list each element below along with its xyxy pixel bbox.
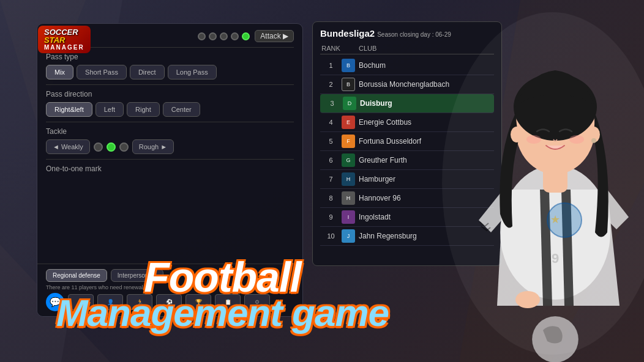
svg-text:★: ★ bbox=[550, 213, 560, 226]
rough-label: Rough bbox=[139, 143, 159, 150]
left-arrow-icon: ◄ bbox=[53, 143, 59, 150]
dot-4 bbox=[231, 32, 239, 40]
big-text-container: Football Management game bbox=[40, 259, 405, 330]
bundesliga-title: Bundesliga2 bbox=[320, 28, 375, 39]
pass-type-direct[interactable]: Direct bbox=[130, 65, 165, 79]
pass-type-short[interactable]: Short Pass bbox=[77, 65, 127, 79]
svg-text:9: 9 bbox=[552, 251, 559, 266]
header-dots bbox=[198, 32, 250, 40]
pass-type-label: Pass type bbox=[46, 53, 294, 61]
big-text-line1: Football bbox=[40, 259, 405, 296]
dot-5-active bbox=[242, 32, 250, 40]
tackle-dot-1 bbox=[94, 142, 103, 152]
direction-center[interactable]: Center bbox=[163, 102, 200, 117]
club-name-1: Bochum bbox=[359, 61, 386, 70]
big-text-line2: Management game bbox=[40, 296, 405, 330]
divider-3 bbox=[46, 159, 294, 160]
one-to-one-section: One-to-one mark bbox=[46, 164, 294, 173]
club-name-8: Hannover 96 bbox=[359, 194, 401, 202]
pass-direction-buttons: Right&left Left Right Center bbox=[46, 102, 294, 117]
club-icon-10: J bbox=[342, 229, 355, 243]
svg-point-7 bbox=[511, 127, 523, 142]
club-name-9: Ingolstadt bbox=[359, 213, 391, 221]
pass-type-section: Pass type Mix Short Pass Direct Long Pas… bbox=[46, 53, 294, 79]
right-arrow-icon: ► bbox=[160, 143, 167, 150]
direction-right[interactable]: Right bbox=[127, 102, 160, 117]
tackle-label: Tackle bbox=[46, 127, 294, 136]
rank-8: 8 bbox=[320, 194, 342, 202]
anime-character-svg: ★ 9 bbox=[399, 0, 644, 362]
svg-point-13 bbox=[515, 291, 540, 308]
rank-1: 1 bbox=[320, 62, 342, 69]
rank-10: 10 bbox=[320, 232, 342, 240]
pass-type-buttons: Mix Short Pass Direct Long Pass bbox=[46, 65, 294, 79]
one-to-one-label: One-to-one mark bbox=[46, 164, 294, 173]
logo-sub: MANAGER bbox=[44, 44, 84, 51]
club-icon-2: B bbox=[342, 78, 355, 91]
logo-text-star: STAR bbox=[44, 36, 84, 44]
dot-1 bbox=[198, 32, 206, 40]
rank-9: 9 bbox=[320, 213, 342, 221]
rank-7: 7 bbox=[320, 175, 342, 183]
rank-4: 4 bbox=[320, 119, 342, 126]
weakly-label: Weakly bbox=[61, 143, 83, 150]
divider-2 bbox=[46, 122, 294, 122]
tackle-controls: ◄ Weakly Rough ► bbox=[46, 139, 294, 154]
svg-point-9 bbox=[591, 138, 596, 143]
tackle-section: Tackle ◄ Weakly Rough ► bbox=[46, 127, 294, 154]
logo-background: SOCCER STAR MANAGER bbox=[38, 26, 91, 53]
club-icon-8: H bbox=[342, 191, 355, 205]
tackle-weakly-button[interactable]: ◄ Weakly bbox=[46, 139, 90, 154]
rank-6: 6 bbox=[320, 157, 342, 164]
tackle-rough-button[interactable]: Rough ► bbox=[132, 139, 174, 154]
club-icon-3: D bbox=[343, 97, 356, 110]
club-icon-4: E bbox=[342, 116, 355, 129]
club-icon-5: F bbox=[342, 135, 355, 148]
club-icon-6: G bbox=[342, 153, 355, 167]
dot-3 bbox=[220, 32, 228, 40]
club-icon-1: B bbox=[342, 59, 355, 72]
club-icon-7: H bbox=[342, 172, 355, 186]
dot-2 bbox=[209, 32, 217, 40]
rank-2: 2 bbox=[320, 81, 342, 88]
tackle-dot-2-active bbox=[107, 142, 116, 152]
pass-type-long[interactable]: Long Pass bbox=[168, 65, 217, 79]
anime-character-area: ★ 9 bbox=[399, 0, 644, 362]
divider-1 bbox=[46, 84, 294, 85]
club-icon-9: I bbox=[342, 210, 355, 224]
soccerstar-logo-area: SOCCER STAR MANAGER bbox=[38, 26, 91, 53]
svg-point-6 bbox=[569, 135, 584, 144]
rank-5: 5 bbox=[320, 138, 342, 145]
tackle-dot-3 bbox=[119, 142, 129, 152]
icon-col-spacer bbox=[342, 45, 359, 52]
club-name-7: Hamburger bbox=[359, 175, 395, 183]
direction-left[interactable]: Left bbox=[95, 102, 124, 117]
pass-type-mix[interactable]: Mix bbox=[46, 65, 73, 79]
svg-point-5 bbox=[526, 135, 541, 144]
rank-header: RANK bbox=[320, 45, 342, 52]
direction-right-left[interactable]: Right&left bbox=[46, 102, 92, 117]
pass-direction-label: Pass direction bbox=[46, 90, 294, 98]
pass-direction-section: Pass direction Right&left Left Right Cen… bbox=[46, 90, 294, 117]
rank-3: 3 bbox=[321, 100, 343, 107]
attack-button[interactable]: Attack ▶ bbox=[255, 30, 294, 42]
header-right: Attack ▶ bbox=[198, 30, 294, 42]
club-name-3: Duisburg bbox=[360, 99, 392, 108]
